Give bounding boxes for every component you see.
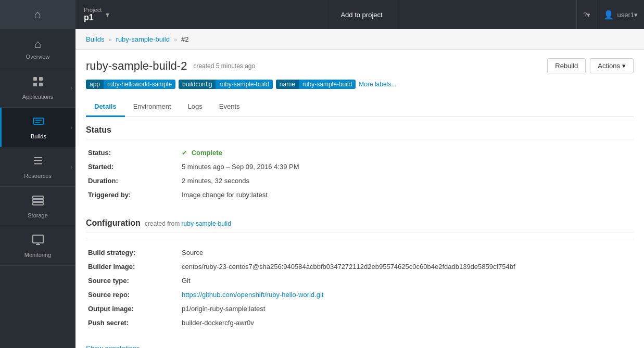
config-table: Build strategy: Source Builder image: ce… [86,246,634,330]
source-type-key: Source type: [86,274,180,288]
sidebar-item-label: Builds [31,133,46,139]
project-chevron-icon: ▾ [106,10,109,19]
tab-events[interactable]: Events [211,97,248,117]
label-tag-app: app ruby-helloworld-sample [86,80,175,89]
label-key: buildconfig [179,80,216,89]
sidebar-expand-icon: › [71,164,72,170]
overview-icon: ⌂ [34,37,41,51]
add-to-project-button[interactable]: Add to project [325,0,398,29]
status-complete-text: Complete [192,149,222,157]
config-created-prefix: created from [145,220,180,227]
page-content: ruby-sample-build-2 created 5 minutes ag… [75,50,644,348]
svg-rect-4 [33,118,44,124]
sidebar-item-label: Monitoring [24,252,51,258]
duration-value: 2 minutes, 32 seconds [180,174,634,188]
sidebar-item-resources[interactable]: Resources › [0,147,75,187]
breadcrumb-current: #2 [181,35,188,43]
actions-chevron-icon: ▾ [622,62,626,70]
sidebar-item-builds[interactable]: Builds › [0,108,75,147]
show-annotations-link[interactable]: Show annotations [86,344,140,348]
sidebar-item-monitoring[interactable]: Monitoring [0,226,75,266]
user-menu-button[interactable]: 👤 user1 ▾ [597,0,644,29]
svg-rect-1 [39,77,43,81]
help-button[interactable]: ? ▾ [576,0,597,29]
duration-key: Duration: [86,174,180,188]
table-row: Source repo: https://github.com/openshif… [86,288,634,302]
label-val: ruby-sample-build [299,80,356,89]
table-row: Output image: p1/origin-ruby-sample:late… [86,302,634,316]
config-created-text: created from ruby-sample-build [145,220,231,227]
output-image-key: Output image: [86,302,180,316]
more-labels-link[interactable]: More labels... [359,81,396,88]
label-tag-buildconfig: buildconfig ruby-sample-build [179,80,273,89]
table-row: Started: 5 minutes ago – Sep 09, 2016 4:… [86,160,634,174]
status-section: Status Status: ✔ Complete Started: 5 min… [86,117,634,210]
svg-rect-5 [33,196,43,199]
home-icon: ⌂ [34,8,41,21]
user-name: user1 [617,11,634,19]
source-repo-key: Source repo: [86,288,180,302]
svg-rect-0 [33,77,37,81]
table-row: Builder image: centos/ruby-23-centos7@sh… [86,260,634,274]
table-row: Status: ✔ Complete [86,146,634,160]
svg-rect-2 [33,83,37,86]
project-selector[interactable]: Project p1 ▾ [75,0,325,29]
status-value: ✔ Complete [180,146,634,160]
status-key: Status: [86,146,180,160]
config-section-title: Configuration [86,218,141,228]
svg-rect-3 [39,83,43,86]
user-chevron-icon: ▾ [634,11,638,19]
page-title: ruby-sample-build-2 [86,59,187,73]
svg-rect-8 [33,235,43,243]
label-tag-name: name ruby-sample-build [276,80,356,89]
rebuild-button[interactable]: Rebuild [547,58,586,73]
sidebar-item-storage[interactable]: Storage [0,187,75,226]
config-section: Configuration created from ruby-sample-b… [86,210,634,348]
svg-rect-7 [33,202,43,205]
breadcrumb-builds-link[interactable]: Builds [86,35,104,43]
table-row: Duration: 2 minutes, 32 seconds [86,174,634,188]
table-row: Build strategy: Source [86,246,634,260]
sidebar-item-label: Overview [26,54,50,60]
tab-logs[interactable]: Logs [180,97,211,117]
sidebar-expand-icon: › [71,85,72,91]
breadcrumb: Builds » ruby-sample-build » #2 [75,29,644,50]
svg-rect-6 [33,199,43,202]
push-secret-key: Push secret: [86,316,180,330]
breadcrumb-build-config-link[interactable]: ruby-sample-build [116,35,170,43]
table-row: Triggered by: Image change for ruby:late… [86,188,634,202]
label-key: app [86,80,104,89]
table-row: Push secret: builder-dockercfg-awr0v [86,316,634,330]
label-val: ruby-sample-build [216,80,272,89]
actions-button[interactable]: Actions ▾ [590,58,634,73]
builds-icon [32,115,45,131]
actions-label: Actions [598,62,620,70]
tab-environment[interactable]: Environment [125,97,180,117]
sidebar-item-applications[interactable]: Applications › [0,68,75,108]
sidebar-item-label: Applications [22,94,53,100]
started-value: 5 minutes ago – Sep 09, 2016 4:39 PM [180,160,634,174]
sidebar-item-overview[interactable]: ⌂ Overview [0,29,75,68]
check-icon: ✔ [182,149,187,157]
status-table: Status: ✔ Complete Started: 5 minutes ag… [86,146,634,202]
push-secret-value: builder-dockercfg-awr0v [180,316,634,330]
started-key: Started: [86,160,180,174]
home-button[interactable]: ⌂ [0,0,75,29]
sidebar-item-label: Storage [28,212,48,218]
content-area: Builds » ruby-sample-build » #2 ruby-sam… [75,29,644,348]
table-row: Source type: Git [86,274,634,288]
main-layout: ⌂ Overview Applications › Builds › Resou… [0,29,644,348]
config-created-link[interactable]: ruby-sample-build [182,220,231,227]
output-image-value: p1/origin-ruby-sample:latest [180,302,634,316]
build-strategy-value: Source [180,246,634,260]
applications-icon [32,75,44,91]
header-right: ? ▾ 👤 user1 ▾ [576,0,644,29]
created-text: created 5 minutes ago [193,62,255,70]
tab-details[interactable]: Details [86,97,125,117]
source-repo-link[interactable]: https://github.com/openshift/ruby-hello-… [182,291,323,299]
user-icon: 👤 [603,10,614,20]
page-title-row: ruby-sample-build-2 created 5 minutes ag… [86,58,634,73]
builder-image-key: Builder image: [86,260,180,274]
storage-icon [32,194,44,210]
sidebar: ⌂ Overview Applications › Builds › Resou… [0,29,75,348]
